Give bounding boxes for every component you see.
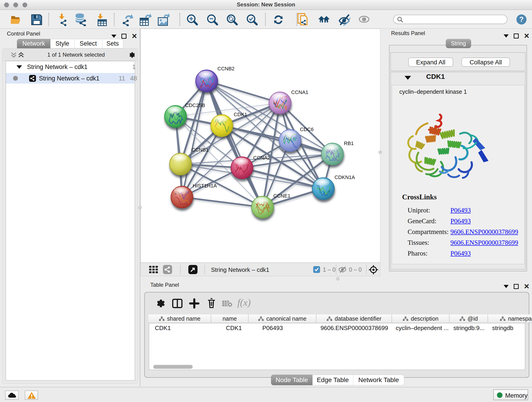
svg-text:HIST1H1A: HIST1H1A	[193, 183, 217, 189]
svg-text:CCNA1: CCNA1	[291, 89, 308, 95]
svg-text:CDK1: CDK1	[234, 112, 247, 117]
svg-text:CCNE1: CCNE1	[273, 193, 291, 199]
svg-text:CCNB1: CCNB1	[191, 147, 209, 153]
svg-text:CCNB2: CCNB2	[217, 66, 234, 71]
svg-text:CCNA2: CCNA2	[253, 155, 270, 161]
svg-text:CDC25B: CDC25B	[185, 102, 205, 108]
svg-text:CDKN1A: CDKN1A	[335, 174, 355, 180]
svg-text:RB1: RB1	[344, 140, 354, 146]
svg-text:CDC6: CDC6	[300, 127, 314, 132]
